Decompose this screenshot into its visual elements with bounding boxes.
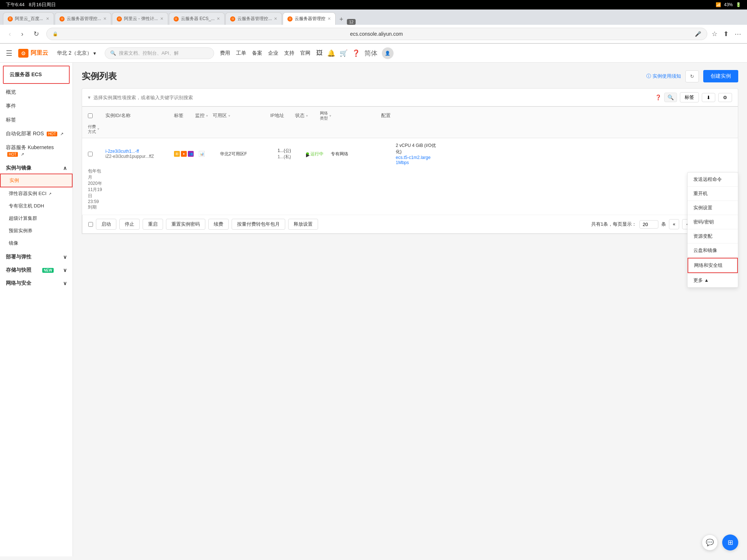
- region-selector[interactable]: 华北 2（北京） ▾: [54, 48, 99, 58]
- tab-2[interactable]: ⊡ 云服务器管理控... ✕: [55, 12, 111, 25]
- col-network[interactable]: 网络类型 ▾: [320, 110, 378, 121]
- renew-button[interactable]: 续费: [208, 219, 229, 230]
- status-sort-icon[interactable]: ▾: [306, 114, 308, 118]
- refresh-instances-button[interactable]: ↻: [685, 70, 699, 82]
- release-settings-button[interactable]: 释放设置: [288, 219, 318, 230]
- context-more[interactable]: 更多 ▲: [688, 273, 738, 287]
- sidebar-item-eci[interactable]: 弹性容器实例 ECI ↗: [0, 187, 73, 200]
- tabs-bar: 百 阿里云_百度... ✕ ⊡ 云服务器管理控... ✕ ⊡ 阿里云 - 弹性计…: [0, 9, 747, 25]
- sidebar-item-kubernetes[interactable]: 容器服务 Kubernetes HOT ↗: [0, 141, 73, 160]
- filter-help-icon[interactable]: ❓: [655, 94, 661, 100]
- sidebar-item-events[interactable]: 事件: [0, 99, 73, 113]
- footer-checkbox[interactable]: [88, 222, 93, 227]
- tab-5[interactable]: ⊡ 云服务器管理控... ✕: [225, 12, 282, 25]
- sidebar-item-ros[interactable]: 自动化部署 ROS HOT ↗: [0, 127, 73, 141]
- help-link[interactable]: ⓘ 实例使用须知: [646, 73, 681, 79]
- image-icon[interactable]: 🖼: [316, 49, 323, 57]
- col-status[interactable]: 状态 ▾: [295, 112, 317, 119]
- context-send-command[interactable]: 发送远程命令: [688, 172, 738, 186]
- hamburger-menu[interactable]: ☰: [6, 49, 12, 58]
- sidebar-item-images[interactable]: 镜像: [0, 237, 73, 249]
- section-instances-images[interactable]: 实例与镜像 ∧: [0, 160, 73, 174]
- user-avatar[interactable]: 👤: [382, 47, 394, 59]
- float-chat-button[interactable]: 💬: [702, 534, 718, 551]
- tab-1[interactable]: 百 阿里云_百度... ✕: [3, 12, 54, 25]
- tab-1-close[interactable]: ✕: [46, 16, 49, 21]
- reset-password-button[interactable]: 重置实例密码: [166, 219, 205, 230]
- tab-6-close[interactable]: ✕: [328, 16, 331, 21]
- nav-fees[interactable]: 费用: [220, 50, 230, 57]
- tab-4[interactable]: ⊡ 云服务器 ECS_... ✕: [169, 12, 225, 25]
- search-input[interactable]: [93, 95, 652, 100]
- back-button[interactable]: ‹: [6, 29, 14, 39]
- col-billing[interactable]: 付费方式 ▾: [88, 124, 102, 135]
- more-icon[interactable]: ⋯: [735, 30, 741, 38]
- section-network-security[interactable]: 网络与安全 ∨: [0, 276, 73, 289]
- total-text: 共有1条，每页显示：: [591, 221, 636, 228]
- config-link[interactable]: ecs.t5-c1m2.large 1Mbps: [396, 155, 440, 165]
- first-page-button[interactable]: «: [669, 219, 679, 229]
- search-submit-icon[interactable]: 🔍: [664, 93, 677, 102]
- page-size-select[interactable]: 20 50 100: [639, 220, 658, 229]
- tab-3[interactable]: ⊡ 阿里云 - 弹性计... ✕: [112, 12, 168, 25]
- ros-hot-badge: HOT: [47, 132, 57, 136]
- settings-button[interactable]: ⚙: [718, 93, 732, 102]
- sidebar-item-reserved[interactable]: 预留实例券: [0, 225, 73, 237]
- billing-sort-icon[interactable]: ▾: [97, 127, 99, 131]
- nav-support[interactable]: 支持: [284, 50, 294, 57]
- nav-ticket[interactable]: 工单: [236, 50, 246, 57]
- monitor-chart-icon[interactable]: 📊: [199, 151, 205, 157]
- select-all-input[interactable]: [88, 113, 93, 118]
- section-storage-snapshot[interactable]: 存储与快照 NEW ∨: [0, 262, 73, 276]
- nav-enterprise[interactable]: 企业: [268, 50, 278, 57]
- context-password-key[interactable]: 密码/密钥: [688, 215, 738, 229]
- tab-5-close[interactable]: ✕: [274, 16, 277, 21]
- row-checkbox[interactable]: [88, 152, 102, 156]
- notification-bell-icon[interactable]: 🔔: [327, 49, 335, 57]
- float-dashboard-button[interactable]: ⊞: [722, 534, 738, 551]
- sidebar-item-overview[interactable]: 概览: [0, 85, 73, 99]
- zone-sort-icon[interactable]: ▾: [228, 114, 230, 118]
- address-bar[interactable]: 🔒 ecs.console.aliyun.com 🎤: [46, 28, 707, 40]
- nav-icp[interactable]: 备案: [252, 50, 262, 57]
- new-tab-button[interactable]: +: [336, 14, 346, 25]
- stop-button[interactable]: 停止: [119, 219, 140, 230]
- sidebar-item-scc[interactable]: 超级计算集群: [0, 212, 73, 225]
- tab-2-close[interactable]: ✕: [103, 16, 107, 21]
- restart-button[interactable]: 重启: [143, 219, 163, 230]
- help-circle-icon[interactable]: ❓: [352, 49, 360, 57]
- context-disk-image[interactable]: 云盘和镜像: [688, 244, 738, 257]
- context-resource-change[interactable]: 资源变配: [688, 229, 738, 243]
- share-icon[interactable]: ⬆: [723, 30, 729, 38]
- filter-dropdown-icon[interactable]: ▾: [88, 94, 90, 100]
- export-button[interactable]: ⬇: [702, 93, 715, 102]
- sidebar-item-tags[interactable]: 标签: [0, 113, 73, 127]
- start-button[interactable]: 启动: [96, 219, 116, 230]
- global-search[interactable]: 🔍 搜索文档、控制台、API、解: [105, 47, 214, 59]
- monitor-sort-icon[interactable]: ▾: [206, 114, 208, 118]
- context-instance-settings[interactable]: 实例设置: [688, 201, 738, 215]
- tab-6[interactable]: ⊡ 云服务器管理控 ✕: [283, 12, 336, 25]
- forward-button[interactable]: ›: [18, 29, 26, 39]
- cart-icon[interactable]: 🛒: [340, 49, 348, 57]
- nav-official[interactable]: 官网: [300, 50, 310, 57]
- convert-billing-button[interactable]: 按量付费转包年包月: [232, 219, 285, 230]
- network-sort-icon[interactable]: ▾: [329, 114, 331, 118]
- simplified-text[interactable]: 简体: [364, 49, 378, 58]
- context-network-security[interactable]: 网络和安全组: [688, 258, 738, 273]
- section-deploy-elastic[interactable]: 部署与弹性 ∨: [0, 249, 73, 262]
- table-row: i-2ze3i3cuth1...-ff iZ2-e3i3cuth1puppur.…: [82, 138, 738, 215]
- refresh-button[interactable]: ↻: [31, 28, 42, 39]
- bookmark-star-icon[interactable]: ☆: [712, 30, 717, 38]
- row-select-input[interactable]: [88, 152, 93, 156]
- col-zone[interactable]: 可用区 ▾: [213, 112, 267, 119]
- context-reboot[interactable]: 重开机: [688, 187, 738, 201]
- tab-4-close[interactable]: ✕: [217, 16, 220, 21]
- tab-3-close[interactable]: ✕: [160, 16, 163, 21]
- instance-id-link[interactable]: i-2ze3i3cuth1...-ff: [105, 149, 171, 154]
- create-instance-button[interactable]: 创建实例: [703, 70, 738, 82]
- select-all-checkbox[interactable]: [88, 113, 102, 118]
- sidebar-item-instances[interactable]: 实例: [0, 174, 73, 187]
- tag-filter-button[interactable]: 标签: [680, 92, 699, 102]
- sidebar-item-ddh[interactable]: 专有宿主机 DDH: [0, 200, 73, 212]
